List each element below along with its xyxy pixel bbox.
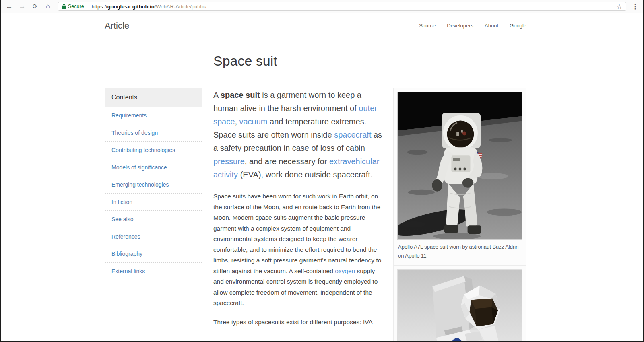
site-logo[interactable]: Article: [105, 21, 129, 31]
contents-panel: Contents Requirements Theories of design…: [105, 88, 202, 280]
url-host: google-ar.github.io: [107, 4, 155, 10]
reload-icon[interactable]: ⟳: [30, 1, 40, 12]
nav-link-source[interactable]: Source: [419, 23, 436, 29]
contents-link-contributing-technologies[interactable]: Contributing technologies: [105, 141, 202, 159]
contents-link-models-of-significance[interactable]: Models of significance: [105, 159, 202, 176]
nav-link-about[interactable]: About: [485, 23, 498, 29]
paragraph-2: Space suits have been worn for such work…: [213, 191, 382, 309]
moon-astronaut-photo: [397, 92, 522, 240]
omnibox-divider: [88, 4, 88, 9]
inline-link[interactable]: vacuum: [239, 117, 268, 126]
browser-toolbar: ← → ⟳ ⌂ Secure https://google-ar.github.…: [0, 0, 644, 13]
figure-apollo-photo: Apollo A7L space suit worn by astronaut …: [393, 88, 526, 265]
contents-link-external-links[interactable]: External links: [105, 262, 202, 280]
contents-link-emerging-technologies[interactable]: Emerging technologies: [105, 176, 202, 193]
address-bar[interactable]: Secure https://google-ar.github.io/WebAR…: [58, 2, 626, 11]
contents-link-in-fiction[interactable]: In fiction: [105, 193, 202, 210]
url-text: https://google-ar.github.io/WebAR-Articl…: [92, 4, 207, 10]
bookmark-star-icon[interactable]: ☆: [617, 3, 622, 10]
url-path: /WebAR-Article/public/: [155, 4, 207, 10]
home-icon[interactable]: ⌂: [43, 1, 53, 12]
inline-link[interactable]: spacecraft: [334, 130, 371, 139]
figure-caption: Apollo A7L space suit worn by astronaut …: [397, 240, 522, 261]
contents-link-bibliography[interactable]: Bibliography: [105, 245, 202, 262]
low-poly-astronaut-3d-model[interactable]: [397, 269, 522, 342]
contents-link-see-also[interactable]: See also: [105, 210, 202, 228]
inline-text: A: [213, 91, 221, 99]
contents-link-references[interactable]: References: [105, 228, 202, 245]
figures-column: Apollo A7L space suit worn by astronaut …: [393, 88, 526, 342]
nav-link-google[interactable]: Google: [510, 23, 526, 29]
nav-link-developers[interactable]: Developers: [447, 23, 473, 29]
inline-link[interactable]: oxygen: [335, 268, 355, 274]
inline-link[interactable]: pressure: [213, 157, 245, 166]
url-scheme: https://: [92, 4, 107, 10]
inline-text: ,: [235, 117, 239, 126]
page-title: Space suit: [213, 53, 526, 68]
site-header: Article Source Developers About Google: [0, 13, 644, 38]
contents-heading: Contents: [105, 88, 202, 107]
browser-menu-icon[interactable]: ⋮: [632, 3, 638, 10]
inline-text: (EVA), work done outside spacecraft.: [238, 170, 372, 179]
inline-text: Space suits have been worn for such work…: [213, 193, 381, 274]
site-nav: Source Developers About Google: [419, 23, 526, 29]
lock-icon: [62, 4, 66, 9]
inline-text: , and are necessary for: [245, 157, 329, 166]
inline-text: space suit: [221, 91, 260, 99]
page-content: Space suit Contents Requirements Theorie…: [105, 53, 526, 342]
title-divider: [213, 75, 526, 75]
back-icon[interactable]: ←: [4, 1, 14, 12]
contents-link-theories-of-design[interactable]: Theories of design: [105, 124, 202, 141]
paragraph-3: Three types of spacesuits exist for diff…: [213, 317, 382, 328]
contents-link-requirements[interactable]: Requirements: [105, 107, 202, 124]
article-body: A space suit is a garment worn to keep a…: [213, 88, 382, 342]
forward-icon[interactable]: →: [17, 1, 27, 12]
figure-3d-model[interactable]: [393, 265, 526, 342]
secure-badge: Secure: [68, 4, 84, 9]
lead-paragraph: A space suit is a garment worn to keep a…: [213, 89, 382, 181]
